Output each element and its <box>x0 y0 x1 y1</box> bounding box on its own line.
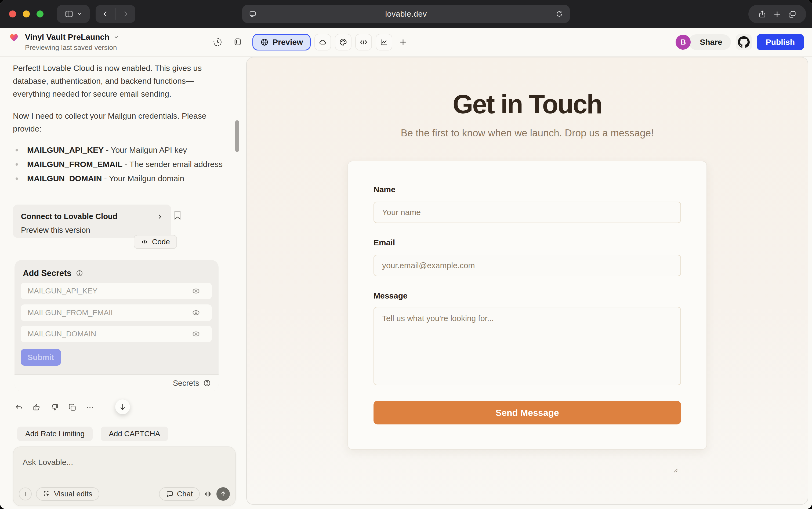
lovable-logo-icon <box>9 32 19 43</box>
page-settings-icon[interactable] <box>249 10 257 18</box>
composer[interactable]: Ask Lovable... Visual edits Chat <box>13 446 236 506</box>
chat-mode-label: Chat <box>177 490 193 498</box>
message-field[interactable] <box>373 307 681 385</box>
help-icon[interactable] <box>203 379 211 387</box>
browser-chrome: lovable.dev <box>0 0 812 28</box>
scrollbar[interactable] <box>235 120 239 152</box>
send-prompt-button[interactable] <box>216 487 230 501</box>
sidebar-toggle-button[interactable] <box>57 5 90 23</box>
secrets-title: Add Secrets <box>23 268 71 278</box>
suggestion-add-rate-limiting[interactable]: Add Rate Limiting <box>17 427 93 441</box>
new-tab-icon[interactable] <box>773 10 781 19</box>
back-button[interactable] <box>96 10 115 18</box>
cloud-button[interactable] <box>314 34 331 50</box>
forward-button[interactable] <box>115 10 135 18</box>
code-toggle-button[interactable]: Code <box>134 235 177 249</box>
share-button[interactable]: Share <box>688 34 731 50</box>
resize-handle-icon[interactable] <box>673 467 679 473</box>
share-icon[interactable] <box>758 10 767 19</box>
secrets-footer-label: Secrets <box>173 379 199 388</box>
chevron-down-icon <box>77 11 82 16</box>
bullet-icon <box>15 149 18 151</box>
email-label: Email <box>373 238 681 247</box>
tab-overview-icon[interactable] <box>788 10 797 19</box>
code-view-button[interactable] <box>355 34 372 50</box>
palette-icon <box>339 38 347 46</box>
bookmark-icon[interactable] <box>173 210 182 220</box>
history-icon[interactable] <box>213 37 222 47</box>
plus-icon <box>399 38 408 47</box>
github-icon <box>738 36 750 48</box>
add-secrets-panel: Add Secrets Submit Secrets <box>14 260 218 392</box>
suggestion-chips: Add Rate Limiting Add CAPTCHA <box>17 427 168 441</box>
chevron-down-icon <box>113 34 119 40</box>
name-field[interactable] <box>373 202 681 223</box>
version-card-title: Connect to Lovable Cloud <box>21 212 117 221</box>
reload-icon[interactable] <box>555 10 563 18</box>
bullet-icon <box>15 163 18 166</box>
chat-mode-button[interactable]: Chat <box>159 487 200 501</box>
more-options-icon[interactable] <box>86 403 95 412</box>
sidebar-icon <box>64 9 74 19</box>
avatar[interactable]: B <box>676 35 690 50</box>
github-button[interactable] <box>736 34 752 50</box>
page-title: Get in Touch <box>247 89 808 120</box>
app-header: Vinyl Vault PreLaunch Previewing last sa… <box>0 28 812 57</box>
minimize-window-button[interactable] <box>23 10 30 18</box>
thumbs-up-icon[interactable] <box>32 403 41 412</box>
assistant-message: Now I need to collect your Mailgun crede… <box>13 109 228 135</box>
secret-input-mailgun-from-email[interactable] <box>21 304 212 321</box>
zoom-window-button[interactable] <box>36 10 43 18</box>
project-status: Previewing last saved version <box>25 43 119 52</box>
eye-icon[interactable] <box>192 330 200 338</box>
composer-input[interactable]: Ask Lovable... <box>23 458 73 467</box>
info-icon[interactable] <box>76 270 83 277</box>
analytics-button[interactable] <box>376 34 392 50</box>
close-window-button[interactable] <box>9 10 16 18</box>
message-actions <box>14 403 95 412</box>
theme-button[interactable] <box>335 34 351 50</box>
name-label: Name <box>373 185 681 194</box>
scroll-to-bottom-button[interactable] <box>115 400 130 414</box>
eye-icon[interactable] <box>192 308 200 317</box>
list-item: MAILGUN_FROM_EMAIL - The sender email ad… <box>13 160 233 169</box>
preview-label: Preview <box>273 38 303 47</box>
cloud-icon <box>318 38 327 46</box>
eye-icon[interactable] <box>192 287 200 295</box>
project-title: Vinyl Vault PreLaunch <box>25 32 109 42</box>
address-bar[interactable]: lovable.dev <box>242 5 570 23</box>
send-message-button[interactable]: Send Message <box>373 401 681 425</box>
secret-input-mailgun-domain[interactable] <box>21 326 212 342</box>
add-tab-button[interactable] <box>396 35 410 49</box>
code-label: Code <box>152 238 170 246</box>
version-card[interactable]: Connect to Lovable Cloud Preview this ve… <box>13 205 171 238</box>
visual-edits-label: Visual edits <box>54 490 92 498</box>
preview-pane: Get in Touch Be the first to know when w… <box>246 57 808 505</box>
preview-toolbar: Preview <box>252 34 410 50</box>
undo-icon[interactable] <box>14 403 24 412</box>
secret-input-mailgun-api-key[interactable] <box>21 283 212 299</box>
arrow-up-icon <box>219 490 227 498</box>
project-menu[interactable]: Vinyl Vault PreLaunch Previewing last sa… <box>9 32 119 52</box>
credentials-list: MAILGUN_API_KEY - Your Mailgun API key M… <box>13 145 233 188</box>
copy-icon[interactable] <box>68 403 77 412</box>
traffic-lights <box>9 10 43 18</box>
chat-panel: Perfect! Lovable Cloud is now enabled. T… <box>0 57 246 509</box>
email-field[interactable] <box>373 255 681 276</box>
browser-window: lovable.dev Vinyl Vault PreLaunch Previe… <box>0 0 812 509</box>
preview-tab-button[interactable]: Preview <box>252 34 311 50</box>
submit-secrets-button[interactable]: Submit <box>21 349 61 366</box>
suggestion-add-captcha[interactable]: Add CAPTCHA <box>101 427 168 441</box>
visual-edits-icon <box>43 490 50 498</box>
assistant-message: Perfect! Lovable Cloud is now enabled. T… <box>13 62 228 100</box>
arrow-down-icon <box>119 403 127 411</box>
bullet-icon <box>15 177 18 180</box>
thumbs-down-icon[interactable] <box>50 403 59 412</box>
panel-icon[interactable] <box>233 37 242 47</box>
voice-input-icon[interactable] <box>204 490 212 498</box>
publish-button[interactable]: Publish <box>757 34 804 50</box>
browser-actions <box>748 5 806 23</box>
attach-button[interactable] <box>19 487 32 500</box>
visual-edits-button[interactable]: Visual edits <box>36 487 99 501</box>
page-subtitle: Be the first to know when we launch. Dro… <box>247 128 808 139</box>
